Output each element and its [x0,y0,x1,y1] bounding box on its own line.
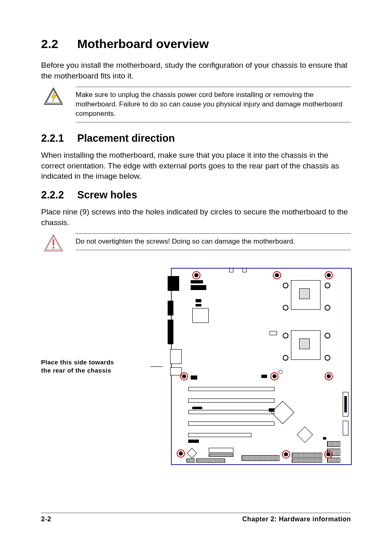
screw-paragraph: Place nine (9) screws into the holes ind… [41,207,351,228]
footer-chapter: Chapter 2: Hardware information [242,516,351,523]
page-footer: 2-2 Chapter 2: Hardware information [41,513,351,523]
exclamation-icon [41,233,66,251]
screw-hole [180,372,188,380]
motherboard-diagram-row: Place this side towards the rear of the … [41,268,351,465]
rear-label-line1: Place this side towards [41,359,114,366]
svg-point-5 [53,247,55,249]
screw-hole [177,449,185,458]
subsection-heading-2: 2.2.2Screw holes [41,189,351,201]
section-heading: 2.2Motherboard overview [41,37,351,51]
screw-hole [325,271,333,279]
heading-number: 2.2 [41,37,77,51]
leader-line [150,366,163,367]
svg-rect-4 [53,239,54,246]
rear-label-line2: the rear of the chassis [41,367,111,374]
footer-page-number: 2-2 [41,516,51,523]
danger-text: Make sure to unplug the chassis power co… [76,87,351,122]
screw-hole [324,450,332,458]
screw-hole [273,271,281,279]
subsection-1-number: 2.2.1 [41,132,77,144]
motherboard-diagram [171,268,352,465]
screw-hole [325,372,333,380]
screw-hole [270,372,279,380]
lightning-icon [41,87,66,105]
subsection-2-title: Screw holes [77,189,137,200]
screw-hole [192,271,201,279]
subsection-2-number: 2.2.2 [41,189,77,201]
caution-callout: Do not overtighten the screws! Doing so … [41,233,351,251]
caution-text: Do not overtighten the screws! Doing so … [76,233,351,250]
danger-callout: Make sure to unplug the chassis power co… [41,87,351,122]
placement-paragraph: When installing the motherboard, make su… [41,150,351,182]
subsection-1-title: Placement direction [77,132,175,144]
heading-title: Motherboard overview [77,37,209,51]
intro-paragraph: Before you install the motherboard, stud… [41,60,351,81]
subsection-heading-1: 2.2.1Placement direction [41,132,351,144]
rear-side-label: Place this side towards the rear of the … [41,358,142,375]
screw-hole [282,450,290,458]
